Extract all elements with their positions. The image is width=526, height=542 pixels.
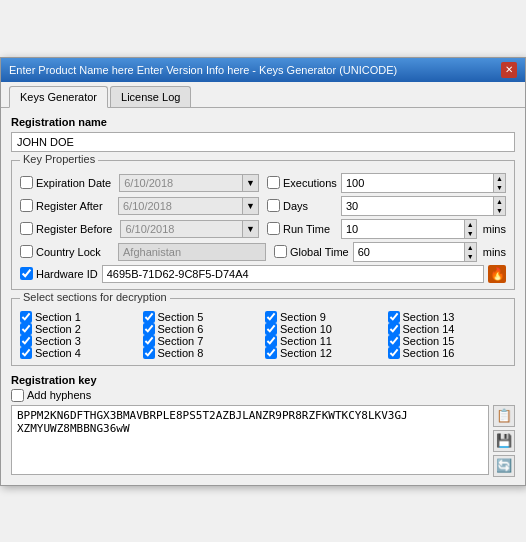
section-2-label: Section 2 xyxy=(35,323,81,335)
reg-key-buttons: 📋 💾 🔄 xyxy=(493,405,515,477)
list-item: Section 4 xyxy=(20,347,139,359)
global-time-spinner[interactable]: ▲▼ xyxy=(464,242,477,262)
list-item: Section 10 xyxy=(265,323,384,335)
sections-col4: Section 13 Section 14 Section 15 Section… xyxy=(388,311,507,359)
close-button[interactable]: ✕ xyxy=(501,62,517,78)
window-title: Enter Product Name here Enter Version In… xyxy=(9,64,397,76)
sections-col3: Section 9 Section 10 Section 11 Section … xyxy=(265,311,384,359)
list-item: Section 7 xyxy=(143,335,262,347)
executions-spinner[interactable]: ▲▼ xyxy=(493,173,506,193)
section-1-label: Section 1 xyxy=(35,311,81,323)
register-before-checkbox[interactable] xyxy=(20,222,33,235)
section-13-checkbox[interactable] xyxy=(388,311,400,323)
copy-key-button[interactable]: 📋 xyxy=(493,405,515,427)
section-11-checkbox[interactable] xyxy=(265,335,277,347)
section-5-label: Section 5 xyxy=(158,311,204,323)
tab-keys-generator[interactable]: Keys Generator xyxy=(9,86,108,108)
section-6-label: Section 6 xyxy=(158,323,204,335)
sections-col2: Section 5 Section 6 Section 7 Section 8 xyxy=(143,311,262,359)
list-item: Section 6 xyxy=(143,323,262,335)
days-input[interactable] xyxy=(341,196,493,216)
section-1-checkbox[interactable] xyxy=(20,311,32,323)
global-time-checkbox[interactable] xyxy=(274,245,287,258)
days-spinner[interactable]: ▲▼ xyxy=(493,196,506,216)
register-before-input[interactable] xyxy=(120,220,242,238)
reg-key-label: Registration key xyxy=(11,374,515,386)
flame-icon[interactable]: 🔥 xyxy=(488,265,506,283)
run-time-input[interactable] xyxy=(341,219,464,239)
reg-name-label: Registration name xyxy=(11,116,515,128)
reg-name-input[interactable] xyxy=(11,132,515,152)
run-time-spinner[interactable]: ▲▼ xyxy=(464,219,477,239)
country-lock-input[interactable] xyxy=(118,243,266,261)
section-10-checkbox[interactable] xyxy=(265,323,277,335)
list-item: Section 15 xyxy=(388,335,507,347)
section-14-checkbox[interactable] xyxy=(388,323,400,335)
expiration-date-input[interactable] xyxy=(119,174,242,192)
days-checkbox[interactable] xyxy=(267,199,280,212)
section-9-label: Section 9 xyxy=(280,311,326,323)
sections-group: Select sections for decryption Section 1… xyxy=(11,298,515,366)
section-10-label: Section 10 xyxy=(280,323,332,335)
list-item: Section 5 xyxy=(143,311,262,323)
executions-checkbox[interactable] xyxy=(267,176,280,189)
section-9-checkbox[interactable] xyxy=(265,311,277,323)
expiration-date-checkbox[interactable] xyxy=(20,176,33,189)
executions-input[interactable] xyxy=(341,173,493,193)
main-window: Enter Product Name here Enter Version In… xyxy=(0,57,526,486)
section-4-label: Section 4 xyxy=(35,347,81,359)
tab-bar: Keys Generator License Log xyxy=(1,82,525,108)
section-13-label: Section 13 xyxy=(403,311,455,323)
hardware-id-checkbox[interactable] xyxy=(20,267,33,280)
sections-title: Select sections for decryption xyxy=(20,291,170,303)
section-5-checkbox[interactable] xyxy=(143,311,155,323)
main-content: Registration name Key Properties Expirat… xyxy=(1,108,525,485)
section-7-checkbox[interactable] xyxy=(143,335,155,347)
key-properties-group: Key Properties Expiration Date ▼ xyxy=(11,160,515,290)
register-before-label: Register Before xyxy=(20,222,112,235)
global-time-input[interactable] xyxy=(353,242,464,262)
register-after-checkbox[interactable] xyxy=(20,199,33,212)
section-2-checkbox[interactable] xyxy=(20,323,32,335)
list-item: Section 16 xyxy=(388,347,507,359)
section-3-checkbox[interactable] xyxy=(20,335,32,347)
refresh-key-button[interactable]: 🔄 xyxy=(493,455,515,477)
run-time-checkbox[interactable] xyxy=(267,222,280,235)
register-after-label: Register After xyxy=(20,199,110,212)
section-3-label: Section 3 xyxy=(35,335,81,347)
section-16-checkbox[interactable] xyxy=(388,347,400,359)
reg-key-textarea[interactable]: BPPM2KN6DFTHGX3BMAVBRPLE8PS5T2AZBJLANZR9… xyxy=(11,405,489,475)
list-item: Section 12 xyxy=(265,347,384,359)
hardware-id-label: Hardware ID xyxy=(20,267,98,280)
register-after-input[interactable] xyxy=(118,197,242,215)
list-item: Section 8 xyxy=(143,347,262,359)
list-item: Section 14 xyxy=(388,323,507,335)
list-item: Section 13 xyxy=(388,311,507,323)
registration-key-section: Registration key Add hyphens BPPM2KN6DFT… xyxy=(11,374,515,477)
section-8-checkbox[interactable] xyxy=(143,347,155,359)
section-4-checkbox[interactable] xyxy=(20,347,32,359)
section-15-label: Section 15 xyxy=(403,335,455,347)
save-key-button[interactable]: 💾 xyxy=(493,430,515,452)
section-11-label: Section 11 xyxy=(280,335,332,347)
country-lock-checkbox[interactable] xyxy=(20,245,33,258)
register-after-dropdown[interactable]: ▼ xyxy=(242,197,259,215)
sections-grid: Section 1 Section 2 Section 3 Section 4 xyxy=(20,311,506,359)
add-hyphens-label: Add hyphens xyxy=(27,389,91,401)
expiration-date-label: Expiration Date xyxy=(20,176,111,189)
reg-key-wrap: BPPM2KN6DFTHGX3BMAVBRPLE8PS5T2AZBJLANZR9… xyxy=(11,405,515,477)
expiration-date-dropdown[interactable]: ▼ xyxy=(242,174,259,192)
add-hyphens-checkbox[interactable] xyxy=(11,389,24,402)
global-time-suffix: mins xyxy=(483,246,506,258)
section-6-checkbox[interactable] xyxy=(143,323,155,335)
hardware-id-input[interactable] xyxy=(102,265,484,283)
register-before-dropdown[interactable]: ▼ xyxy=(242,220,259,238)
section-12-checkbox[interactable] xyxy=(265,347,277,359)
section-12-label: Section 12 xyxy=(280,347,332,359)
section-7-label: Section 7 xyxy=(158,335,204,347)
tab-license-log[interactable]: License Log xyxy=(110,86,191,107)
section-15-checkbox[interactable] xyxy=(388,335,400,347)
country-lock-label: Country Lock xyxy=(20,245,110,258)
list-item: Section 11 xyxy=(265,335,384,347)
section-8-label: Section 8 xyxy=(158,347,204,359)
